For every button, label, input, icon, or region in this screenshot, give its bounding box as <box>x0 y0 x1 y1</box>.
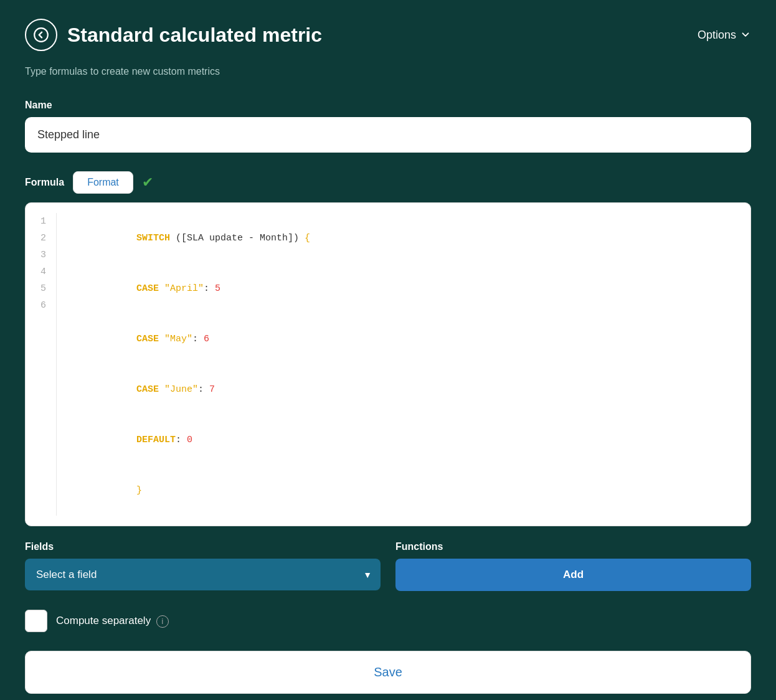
code-line-2: CASE "April": 5 <box>69 263 310 314</box>
formula-label: Formula <box>25 177 64 188</box>
header-left: Standard calculated metric <box>25 19 322 51</box>
info-icon[interactable]: i <box>156 615 169 628</box>
fields-label: Fields <box>25 541 381 552</box>
code-lines: 1 2 3 4 5 6 SWITCH ([SLA update - Month]… <box>26 203 750 526</box>
code-line-5: DEFAULT: 0 <box>69 415 310 465</box>
code-line-3: CASE "May": 6 <box>69 314 310 364</box>
functions-column: Functions Add <box>395 541 751 591</box>
check-icon: ✔ <box>142 174 153 191</box>
svg-point-0 <box>34 28 48 42</box>
code-editor[interactable]: 1 2 3 4 5 6 SWITCH ([SLA update - Month]… <box>25 202 751 526</box>
select-wrapper: Select a field SLA update - Month Date S… <box>25 559 381 590</box>
code-line-4: CASE "June": 7 <box>69 364 310 415</box>
fields-functions-section: Fields Select a field SLA update - Month… <box>25 541 751 591</box>
options-button[interactable]: Options <box>698 29 751 42</box>
header: Standard calculated metric Options <box>25 19 751 51</box>
formula-header: Formula Format ✔ <box>25 171 751 194</box>
page-title: Standard calculated metric <box>67 24 322 47</box>
fields-column: Fields Select a field SLA update - Month… <box>25 541 381 591</box>
compute-section: Compute separately i <box>25 610 751 632</box>
code-line-6: } <box>69 465 310 516</box>
options-label: Options <box>698 29 736 42</box>
name-section: Name <box>25 100 751 153</box>
format-button[interactable]: Format <box>73 171 133 194</box>
functions-label: Functions <box>395 541 751 552</box>
name-label: Name <box>25 100 751 111</box>
add-button[interactable]: Add <box>395 559 751 591</box>
subtitle: Type formulas to create new custom metri… <box>25 66 751 77</box>
code-line-1: SWITCH ([SLA update - Month]) { <box>69 213 310 263</box>
chevron-down-icon <box>740 29 751 40</box>
field-select[interactable]: Select a field SLA update - Month Date S… <box>25 559 381 590</box>
back-button[interactable] <box>25 19 57 51</box>
compute-checkbox[interactable] <box>25 610 47 632</box>
code-content: SWITCH ([SLA update - Month]) { CASE "Ap… <box>57 213 323 516</box>
save-button[interactable]: Save <box>25 651 751 694</box>
compute-label: Compute separately i <box>56 615 169 628</box>
line-numbers: 1 2 3 4 5 6 <box>26 213 57 516</box>
name-input[interactable] <box>25 117 751 153</box>
formula-section: Formula Format ✔ 1 2 3 4 5 6 SWITCH ([SL… <box>25 171 751 526</box>
